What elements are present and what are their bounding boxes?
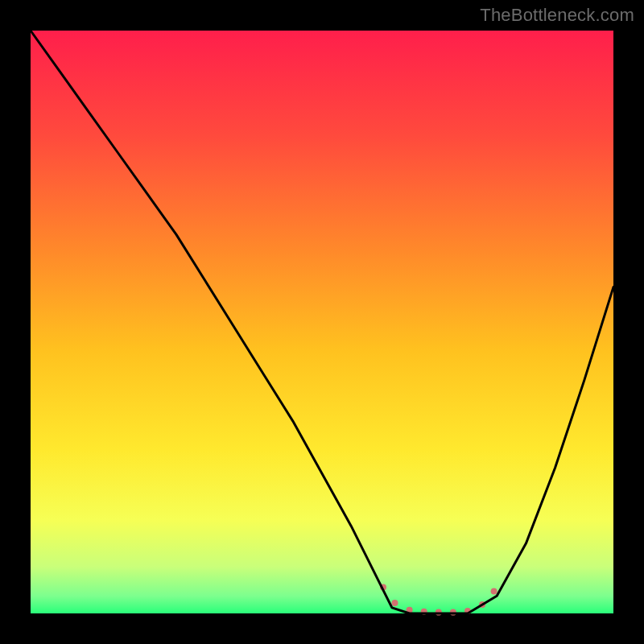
chart-container: { "watermark": "TheBottleneck.com", "cha…: [0, 0, 644, 644]
optimum-dot: [392, 600, 398, 606]
bottleneck-chart: [0, 0, 644, 644]
optimum-dot: [491, 588, 497, 595]
plot-background: [31, 31, 613, 613]
watermark-text: TheBottleneck.com: [480, 5, 634, 26]
